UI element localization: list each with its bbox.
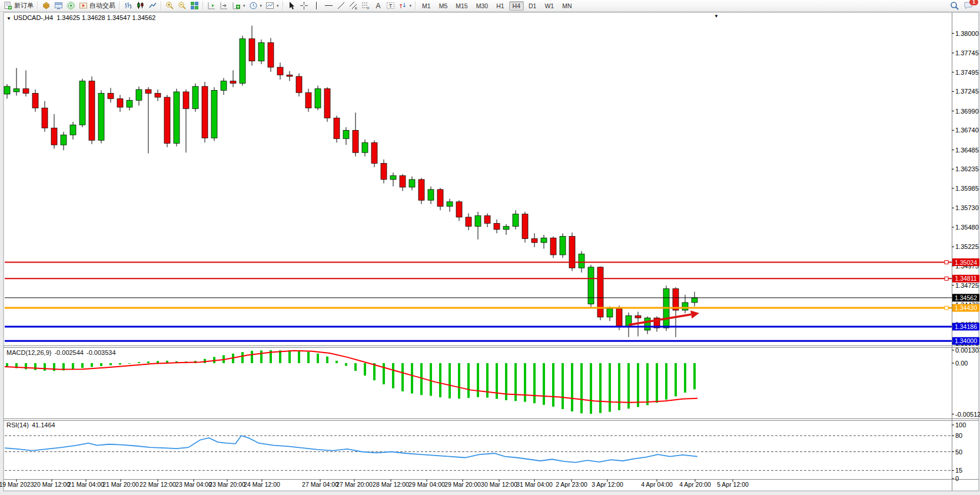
- chart-shift-button[interactable]: [218, 0, 230, 11]
- svg-text:1.34000: 1.34000: [955, 337, 977, 344]
- timeframe-m30[interactable]: M30: [473, 1, 491, 11]
- terminal-icon: [54, 1, 63, 10]
- tile-windows-button[interactable]: [188, 0, 201, 11]
- indicators-button[interactable]: ▾: [230, 0, 247, 11]
- svg-text:1.38000: 1.38000: [955, 30, 979, 37]
- chart-title-bar: ▼USDCAD-,H41.34625 1.34628 1.34547 1.345…: [6, 14, 155, 21]
- svg-text:0: 0: [955, 475, 959, 482]
- timeframe-mn[interactable]: MN: [559, 1, 575, 11]
- text-button[interactable]: A: [372, 0, 384, 11]
- auto-scroll-button[interactable]: [205, 0, 218, 11]
- market-depth-button[interactable]: [40, 0, 52, 11]
- svg-text:31 Mar 04:00: 31 Mar 04:00: [516, 481, 553, 488]
- svg-text:23 Mar 20:00: 23 Mar 20:00: [209, 481, 245, 488]
- svg-text:1.37245: 1.37245: [955, 88, 979, 95]
- notification-badge: 1: [969, 0, 978, 5]
- svg-text:21 Mar 04:00: 21 Mar 04:00: [68, 481, 104, 488]
- svg-text:3 Apr 12:00: 3 Apr 12:00: [592, 481, 623, 488]
- timeframe-h4[interactable]: H4: [509, 1, 524, 11]
- signals-button[interactable]: [65, 0, 77, 11]
- layers-icon: [42, 1, 51, 10]
- svg-text:29 Mar 20:00: 29 Mar 20:00: [444, 481, 481, 488]
- zoom-out-button[interactable]: [176, 0, 188, 11]
- timeframe-m5[interactable]: M5: [436, 1, 451, 11]
- svg-text:T: T: [388, 3, 392, 9]
- new-order-button-label: 新订单: [14, 1, 34, 10]
- toolbar-separator: [119, 1, 120, 10]
- bar-chart-icon: [124, 1, 132, 10]
- cursor-button[interactable]: [285, 0, 298, 11]
- toolbar-separator: [283, 1, 284, 10]
- svg-text:19 Mar 2023: 19 Mar 2023: [0, 481, 34, 488]
- autotrading-button-label: 自动交易: [89, 1, 115, 10]
- line-chart-button[interactable]: [147, 0, 159, 11]
- candle-chart-button[interactable]: [134, 0, 147, 11]
- timeframe-d1[interactable]: D1: [525, 1, 540, 11]
- svg-text:24 Mar 12:00: 24 Mar 12:00: [244, 481, 280, 488]
- timeframe-m15[interactable]: M15: [452, 1, 471, 11]
- svg-text:1.36740: 1.36740: [955, 127, 979, 134]
- cursor-icon: [287, 1, 296, 10]
- crosshair-button[interactable]: [298, 0, 310, 11]
- trendline-button[interactable]: [335, 0, 347, 11]
- svg-text:15: 15: [955, 467, 962, 474]
- channel-icon: E: [349, 1, 358, 10]
- vline-button[interactable]: [310, 0, 323, 11]
- svg-text:A: A: [376, 2, 380, 10]
- template-icon: [265, 1, 274, 10]
- toolbar-separator: [202, 1, 204, 10]
- bar-chart-button[interactable]: [122, 0, 134, 11]
- templates-button[interactable]: ▾: [264, 0, 281, 11]
- svg-text:1.34186: 1.34186: [955, 323, 977, 330]
- fibonacci-button[interactable]: F: [360, 0, 372, 11]
- periods-button[interactable]: ▾: [247, 0, 264, 11]
- svg-text:80: 80: [955, 432, 962, 439]
- svg-text:1.34562: 1.34562: [955, 294, 977, 301]
- notifications-button[interactable]: 1: [964, 1, 974, 10]
- svg-text:1.35225: 1.35225: [955, 243, 979, 250]
- toolbar-separator: [161, 1, 162, 10]
- macd-value-signal: -0.003534: [87, 349, 116, 356]
- label-button[interactable]: T: [384, 0, 397, 11]
- search-icon[interactable]: [950, 1, 959, 10]
- svg-text:30 Mar 12:00: 30 Mar 12:00: [481, 481, 517, 488]
- svg-text:0.00: 0.00: [955, 360, 968, 367]
- chart-shift-icon: [220, 1, 228, 10]
- dropdown-arrow-icon[interactable]: ▾: [243, 4, 245, 8]
- zoom-out-icon: [178, 1, 187, 10]
- auto-scroll-icon: [207, 1, 216, 10]
- dropdown-arrow-icon[interactable]: ▾: [277, 4, 279, 8]
- autotrading-button[interactable]: 自动交易: [77, 0, 117, 11]
- hline-button[interactable]: [323, 0, 335, 11]
- hline-icon: [324, 1, 333, 10]
- new-order-button[interactable]: 新订单: [2, 0, 35, 11]
- zoom-in-icon: [165, 1, 174, 10]
- shapes-button[interactable]: ▾: [397, 0, 414, 11]
- crosshair-icon: [300, 1, 308, 10]
- svg-text:1.35985: 1.35985: [955, 185, 979, 192]
- symbol-dropdown-icon[interactable]: ▼: [6, 16, 11, 21]
- line-chart-icon: [148, 1, 157, 10]
- svg-text:5 Apr 12:00: 5 Apr 12:00: [717, 481, 749, 488]
- dropdown-arrow-icon[interactable]: ▾: [410, 4, 412, 8]
- timeframe-h1[interactable]: H1: [493, 1, 507, 11]
- svg-text:1.35024: 1.35024: [955, 259, 977, 266]
- indicators-icon: [232, 1, 241, 10]
- terminal-button[interactable]: [52, 0, 65, 11]
- timeframe-m1[interactable]: M1: [418, 1, 434, 11]
- chart-symbol-period: USDCAD-,H4: [14, 14, 53, 21]
- channel-button[interactable]: E: [347, 0, 360, 11]
- svg-text:23 Mar 04:00: 23 Mar 04:00: [175, 481, 212, 488]
- svg-text:29 Mar 04:00: 29 Mar 04:00: [408, 481, 445, 488]
- toolbar-separator: [415, 1, 416, 10]
- zoom-in-button[interactable]: [164, 0, 176, 11]
- svg-text:28 Mar 12:00: 28 Mar 12:00: [373, 481, 409, 488]
- dropdown-arrow-icon[interactable]: ▾: [260, 4, 263, 8]
- arrow-shapes-icon: [398, 1, 407, 10]
- svg-text:1.37745: 1.37745: [955, 49, 979, 57]
- timeframe-w1[interactable]: W1: [541, 1, 557, 11]
- macd-value-main: -0.002544: [54, 349, 84, 356]
- chart-canvas[interactable]: 1.380001.377451.374951.372451.369901.367…: [0, 0, 980, 495]
- svg-text:2 Apr 23:00: 2 Apr 23:00: [556, 481, 587, 488]
- svg-text:20 Mar 12:00: 20 Mar 12:00: [34, 481, 70, 488]
